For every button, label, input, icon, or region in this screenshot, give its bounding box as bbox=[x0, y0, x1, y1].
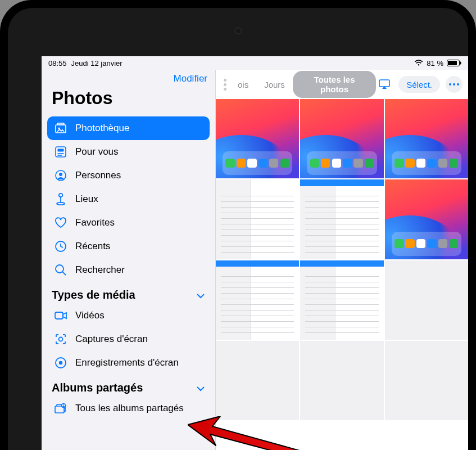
photo-tile[interactable] bbox=[385, 260, 468, 340]
sidebar-item-label: Vidéos bbox=[75, 310, 105, 321]
svg-line-17 bbox=[63, 272, 66, 276]
ipad-device-frame: 08:55 Jeudi 12 janvier 81 % bbox=[0, 0, 476, 450]
clock-icon bbox=[54, 240, 67, 253]
status-left: 08:55 Jeudi 12 janvier bbox=[48, 59, 123, 68]
svg-point-24 bbox=[63, 404, 64, 406]
sidebar: Modifier Photos Photothèque bbox=[42, 70, 216, 450]
sidebar-item-favorites[interactable]: Favorites bbox=[47, 211, 210, 235]
select-button[interactable]: Sélect. bbox=[398, 76, 440, 93]
sidebar-item-recents[interactable]: Récents bbox=[47, 235, 210, 258]
sidebar-item-search[interactable]: Rechercher bbox=[47, 258, 210, 282]
modify-button[interactable]: Modifier bbox=[174, 73, 207, 84]
more-button[interactable] bbox=[446, 76, 463, 93]
nav-list-main: Photothèque Pour vous Pers bbox=[42, 116, 215, 282]
screen: 08:55 Jeudi 12 janvier 81 % bbox=[42, 56, 468, 450]
sidebar-item-places[interactable]: Lieux bbox=[47, 187, 210, 211]
photo-tile[interactable] bbox=[300, 99, 383, 178]
wifi-icon bbox=[414, 60, 423, 66]
seg-jours[interactable]: Jours bbox=[256, 76, 293, 93]
svg-point-11 bbox=[59, 173, 62, 176]
photo-tile[interactable] bbox=[300, 341, 383, 420]
chevron-down-icon bbox=[196, 381, 205, 394]
foryou-icon bbox=[54, 145, 67, 159]
sidebar-item-screenshots[interactable]: Captures d'écran bbox=[47, 327, 210, 351]
battery-percent: 81 % bbox=[427, 59, 443, 68]
sidebar-item-label: Pour vous bbox=[75, 146, 119, 158]
photo-tile[interactable] bbox=[385, 341, 468, 420]
video-icon bbox=[54, 309, 67, 322]
sidebar-item-people[interactable]: Personnes bbox=[47, 164, 210, 187]
photo-grid[interactable] bbox=[216, 99, 468, 450]
places-icon bbox=[54, 192, 67, 206]
chevron-down-icon bbox=[196, 289, 205, 302]
svg-point-27 bbox=[453, 83, 455, 86]
svg-point-28 bbox=[457, 83, 459, 86]
people-icon bbox=[54, 169, 67, 182]
sidebar-item-videos[interactable]: Vidéos bbox=[47, 304, 210, 327]
segmented-control[interactable]: ois Jours Toutes les photos bbox=[230, 75, 376, 94]
sidebar-item-foryou[interactable]: Pour vous bbox=[47, 140, 210, 164]
status-date: Jeudi 12 janvier bbox=[71, 59, 123, 68]
section-shared-albums[interactable]: Albums partagés bbox=[42, 375, 215, 397]
svg-rect-1 bbox=[448, 61, 457, 65]
sidebar-item-library[interactable]: Photothèque bbox=[47, 116, 210, 140]
seg-all-photos[interactable]: Toutes les photos bbox=[293, 71, 376, 98]
svg-point-19 bbox=[59, 338, 63, 341]
sidebar-item-label: Personnes bbox=[75, 170, 121, 181]
content-toolbar: ois Jours Toutes les photos Sélect. bbox=[216, 70, 468, 99]
library-icon bbox=[54, 122, 67, 135]
section-label: Albums partagés bbox=[52, 381, 143, 394]
svg-rect-25 bbox=[379, 80, 389, 87]
photo-tile[interactable] bbox=[216, 179, 299, 259]
record-icon bbox=[54, 356, 67, 370]
shared-album-icon bbox=[54, 402, 67, 415]
status-right: 81 % bbox=[414, 59, 461, 68]
sidebar-top: Modifier bbox=[42, 72, 215, 87]
svg-point-16 bbox=[56, 265, 64, 273]
section-label: Types de média bbox=[52, 289, 135, 302]
status-bar: 08:55 Jeudi 12 janvier 81 % bbox=[42, 56, 468, 70]
toolbar-right: Sélect. bbox=[376, 76, 468, 93]
nav-list-shared: Tous les albums partagés bbox=[42, 397, 215, 420]
front-camera bbox=[234, 27, 242, 35]
content: ois Jours Toutes les photos Sélect. bbox=[216, 70, 468, 450]
svg-rect-2 bbox=[460, 62, 461, 65]
ipad-bezel: 08:55 Jeudi 12 janvier 81 % bbox=[8, 8, 468, 450]
svg-point-21 bbox=[59, 361, 62, 364]
status-time: 08:55 bbox=[48, 59, 67, 68]
section-media-types[interactable]: Types de média bbox=[42, 282, 215, 304]
photo-tile[interactable] bbox=[216, 260, 299, 340]
sidebar-item-label: Lieux bbox=[75, 194, 98, 205]
battery-icon bbox=[447, 60, 461, 66]
screenshot-icon bbox=[54, 332, 67, 346]
photo-tile[interactable] bbox=[300, 179, 383, 259]
drag-handle-icon[interactable] bbox=[220, 79, 230, 91]
airplay-button[interactable] bbox=[376, 76, 393, 93]
sidebar-item-label: Rechercher bbox=[75, 264, 125, 276]
photo-tile[interactable] bbox=[216, 341, 299, 420]
segmented-wrap: ois Jours Toutes les photos bbox=[220, 75, 376, 94]
seg-mois[interactable]: ois bbox=[230, 76, 256, 93]
svg-rect-4 bbox=[57, 123, 64, 125]
svg-rect-3 bbox=[56, 125, 66, 133]
svg-rect-18 bbox=[55, 312, 63, 319]
sidebar-item-screen-recordings[interactable]: Enregistrements d'écran bbox=[47, 351, 210, 375]
svg-point-12 bbox=[59, 194, 62, 197]
svg-point-14 bbox=[57, 202, 65, 205]
sidebar-item-label: Captures d'écran bbox=[75, 334, 148, 345]
photo-tile[interactable] bbox=[385, 99, 468, 178]
sidebar-title: Photos bbox=[42, 87, 215, 116]
sidebar-item-label: Photothèque bbox=[75, 123, 129, 134]
sidebar-item-label: Enregistrements d'écran bbox=[75, 357, 179, 368]
svg-point-26 bbox=[449, 83, 451, 86]
sidebar-item-all-shared[interactable]: Tous les albums partagés bbox=[47, 397, 210, 420]
sidebar-item-label: Récents bbox=[75, 241, 110, 252]
nav-list-media: Vidéos Captures d'écran En bbox=[42, 304, 215, 375]
sidebar-item-label: Favorites bbox=[75, 217, 115, 228]
svg-rect-7 bbox=[58, 149, 64, 152]
app: Modifier Photos Photothèque bbox=[42, 70, 468, 450]
photo-tile[interactable] bbox=[385, 179, 468, 259]
sidebar-item-label: Tous les albums partagés bbox=[75, 403, 184, 414]
photo-tile[interactable] bbox=[216, 99, 299, 178]
photo-tile[interactable] bbox=[300, 260, 383, 340]
